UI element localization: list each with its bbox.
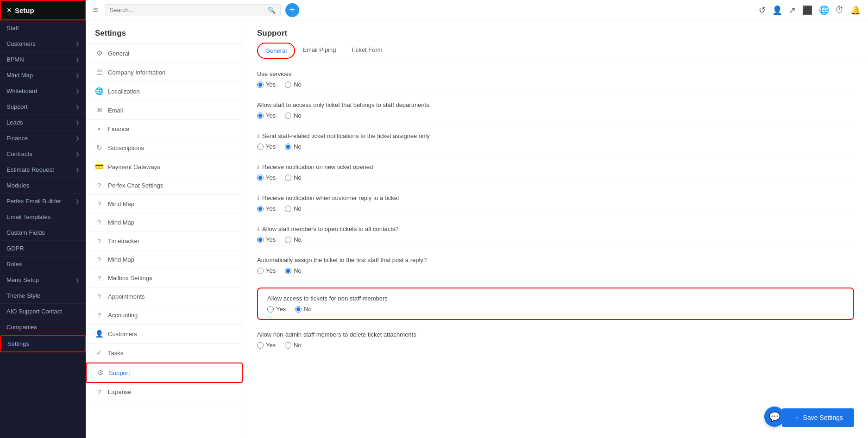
radio-option-staff_ticket_notifications-no[interactable]: No — [285, 143, 302, 150]
radio-group-staff_ticket_notifications: YesNo — [257, 143, 854, 150]
sidebar-item-settings[interactable]: Settings — [0, 335, 86, 352]
radio-input-non_admin_delete_attachments-no[interactable] — [285, 342, 291, 349]
globe-icon[interactable]: 🌐 — [819, 5, 829, 15]
settings-menu-item-appointments[interactable]: ?Appointments — [86, 288, 243, 306]
clock-icon[interactable]: ⏱ — [836, 5, 844, 15]
settings-menu-item-company-information[interactable]: ☰Company Information — [86, 63, 243, 82]
radio-option-staff_ticket_departments-yes[interactable]: Yes — [257, 112, 276, 119]
settings-menu-label: Mind Map — [108, 200, 233, 207]
radio-input-non_staff_access-no[interactable] — [295, 306, 302, 313]
radio-input-customer_reply_notification-no[interactable] — [285, 206, 291, 212]
radio-input-auto_assign_ticket-yes[interactable] — [257, 268, 264, 274]
radio-option-non_staff_access-no[interactable]: No — [295, 306, 312, 313]
settings-menu-item-general[interactable]: ⚙General — [86, 44, 243, 63]
radio-input-use_services-no[interactable] — [285, 81, 291, 88]
settings-menu-item-support[interactable]: ⚙Support — [86, 363, 243, 383]
radio-option-customer_reply_notification-yes[interactable]: Yes — [257, 205, 276, 212]
settings-menu-icon: ? — [95, 200, 103, 208]
tab-email-piping[interactable]: Email Piping — [295, 43, 343, 61]
sidebar-item-aio-support-contact[interactable]: AIO Support Contact — [0, 304, 86, 319]
settings-menu-item-mind-map[interactable]: ?Mind Map — [86, 250, 243, 269]
close-icon[interactable]: ✕ — [6, 6, 12, 14]
share-icon[interactable]: ↗ — [789, 5, 796, 15]
radio-input-non_staff_access-yes[interactable] — [267, 306, 274, 313]
support-tabs: GeneralEmail PipingTicket Form — [243, 43, 868, 61]
user-icon[interactable]: 👤 — [772, 5, 782, 15]
sidebar-item-companies[interactable]: Companies — [0, 319, 86, 335]
sidebar-item-contracts[interactable]: Contracts❯ — [0, 146, 86, 162]
hamburger-icon[interactable]: ≡ — [93, 5, 98, 15]
sidebar-item-gdpr[interactable]: GDPR — [0, 241, 86, 257]
radio-input-use_services-yes[interactable] — [257, 81, 264, 88]
settings-menu-item-email[interactable]: ✉Email — [86, 101, 243, 120]
radio-input-new_ticket_notification-yes[interactable] — [257, 175, 264, 181]
save-settings-button[interactable]: → Save Settings — [782, 408, 854, 427]
sidebar-item-bpmn[interactable]: BPMN❯ — [0, 52, 86, 68]
radio-option-use_services-no[interactable]: No — [285, 81, 302, 88]
sidebar-item-label: Whiteboard — [6, 88, 37, 94]
settings-menu-item-accounting[interactable]: ?Accounting — [86, 306, 243, 325]
settings-menu-item-tasks[interactable]: ✓Tasks — [86, 344, 243, 363]
radio-option-use_services-yes[interactable]: Yes — [257, 81, 276, 88]
bell-icon[interactable]: 🔔 — [850, 5, 861, 15]
radio-input-staff_open_tickets_contacts-yes[interactable] — [257, 237, 264, 243]
radio-option-auto_assign_ticket-no[interactable]: No — [285, 267, 302, 274]
radio-option-auto_assign_ticket-yes[interactable]: Yes — [257, 267, 276, 274]
add-button[interactable]: + — [285, 3, 299, 17]
sidebar-item-custom-fields[interactable]: Custom Fields — [0, 225, 86, 241]
sidebar-item-label: Support — [6, 103, 28, 110]
history-icon[interactable]: ↺ — [759, 5, 766, 15]
sidebar-item-customers[interactable]: Customers❯ — [0, 36, 86, 52]
radio-option-new_ticket_notification-yes[interactable]: Yes — [257, 174, 276, 181]
radio-input-staff_ticket_departments-yes[interactable] — [257, 113, 264, 119]
settings-menu-item-customers[interactable]: 👤Customers — [86, 325, 243, 344]
radio-option-customer_reply_notification-no[interactable]: No — [285, 205, 302, 212]
sidebar-item-whiteboard[interactable]: Whiteboard❯ — [0, 83, 86, 99]
tab-general[interactable]: General — [257, 43, 295, 59]
radio-input-staff_ticket_notifications-yes[interactable] — [257, 144, 264, 150]
radio-option-staff_ticket_notifications-yes[interactable]: Yes — [257, 143, 276, 150]
settings-menu-item-mind-map[interactable]: ?Mind Map — [86, 195, 243, 213]
form-field-label-staff_ticket_departments: Allow staff to access only ticket that b… — [257, 101, 854, 108]
sidebar-item-label: GDPR — [6, 245, 24, 252]
settings-menu-item-timetracker[interactable]: ?Timetracker — [86, 232, 243, 250]
settings-menu-item-subscriptions[interactable]: ↻Subscriptions — [86, 138, 243, 157]
settings-menu-item-mind-map[interactable]: ?Mind Map — [86, 213, 243, 232]
radio-input-staff_open_tickets_contacts-no[interactable] — [285, 237, 291, 243]
sidebar-item-label: Contracts — [6, 150, 32, 157]
sidebar-item-modules[interactable]: Modules — [0, 178, 86, 194]
sidebar-item-theme-style[interactable]: Theme Style — [0, 288, 86, 304]
sidebar-item-mind-map[interactable]: Mind Map❯ — [0, 68, 86, 83]
settings-menu-item-expense[interactable]: ?Expense — [86, 383, 243, 401]
sidebar-item-staff[interactable]: Staff — [0, 20, 86, 36]
radio-input-staff_ticket_departments-no[interactable] — [285, 113, 291, 119]
radio-option-non_admin_delete_attachments-yes[interactable]: Yes — [257, 342, 276, 349]
sidebar-item-estimate-request[interactable]: Estimate Request❯ — [0, 162, 86, 178]
sidebar-item-roles[interactable]: Roles — [0, 257, 86, 272]
settings-menu-item-finance[interactable]: ▪Finance — [86, 120, 243, 138]
radio-option-staff_open_tickets_contacts-yes[interactable]: Yes — [257, 236, 276, 243]
sidebar-item-finance[interactable]: Finance❯ — [0, 131, 86, 146]
radio-option-staff_ticket_departments-no[interactable]: No — [285, 112, 302, 119]
sidebar-item-perfex-email-builder[interactable]: Perfex Email Builder❯ — [0, 194, 86, 209]
settings-menu-item-localization[interactable]: 🌐Localization — [86, 82, 243, 101]
sidebar-item-support[interactable]: Support❯ — [0, 99, 86, 115]
radio-option-non_admin_delete_attachments-no[interactable]: No — [285, 342, 302, 349]
radio-option-staff_open_tickets_contacts-no[interactable]: No — [285, 236, 302, 243]
radio-input-auto_assign_ticket-no[interactable] — [285, 268, 291, 274]
radio-input-staff_ticket_notifications-no[interactable] — [285, 144, 291, 150]
sidebar-item-leads[interactable]: Leads❯ — [0, 115, 86, 131]
sidebar-item-menu-setup[interactable]: Menu Setup❯ — [0, 272, 86, 288]
radio-input-new_ticket_notification-no[interactable] — [285, 175, 291, 181]
settings-menu-item-payment-gateways[interactable]: 💳Payment Gateways — [86, 157, 243, 176]
sidebar-item-email-templates[interactable]: Email Templates — [0, 209, 86, 225]
search-input[interactable] — [110, 6, 268, 13]
radio-option-new_ticket_notification-no[interactable]: No — [285, 174, 302, 181]
grid-icon[interactable]: ⬛ — [802, 5, 812, 15]
radio-input-non_admin_delete_attachments-yes[interactable] — [257, 342, 264, 349]
radio-input-customer_reply_notification-yes[interactable] — [257, 206, 264, 212]
settings-menu-item-perfex-chat-settings[interactable]: ?Perfex Chat Settings — [86, 176, 243, 195]
radio-option-non_staff_access-yes[interactable]: Yes — [267, 306, 286, 313]
settings-menu-item-mailbox-settings[interactable]: ?Mailbox Settings — [86, 269, 243, 288]
tab-ticket-form[interactable]: Ticket Form — [344, 43, 390, 61]
